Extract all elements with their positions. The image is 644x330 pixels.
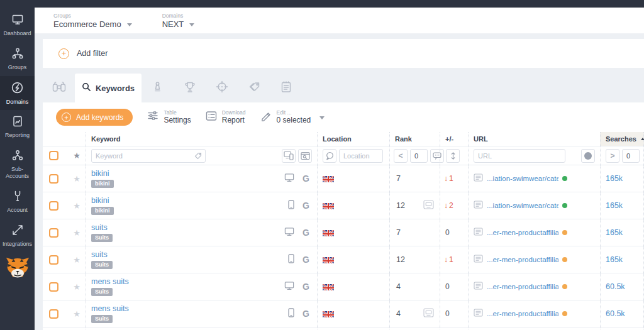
keyword-link[interactable]: suits — [91, 223, 113, 232]
table-settings-button[interactable]: Table Settings — [147, 110, 191, 124]
star-icon[interactable]: ★ — [73, 174, 80, 184]
url-link[interactable]: ...er-men-productaffiliation-suits-0 — [487, 256, 558, 263]
sidebar-item-integrations[interactable]: Integrations — [0, 219, 35, 253]
column-header-searches[interactable]: Searches — [600, 132, 644, 146]
row-checkbox[interactable] — [49, 282, 58, 292]
add-keywords-button[interactable]: + Add keywords — [56, 109, 133, 126]
star-icon[interactable]: ★ — [73, 309, 80, 319]
rank-change: ↓ 1 — [440, 246, 468, 273]
add-filter-plus-icon[interactable]: + — [58, 48, 69, 59]
rocket-icon — [152, 81, 164, 96]
keyword-filter-input[interactable] — [91, 149, 206, 163]
serp-features-icon[interactable] — [423, 200, 434, 211]
chevron-down-icon — [189, 23, 194, 26]
row-checkbox[interactable] — [49, 174, 58, 184]
table-row: ★ suits Suits G — [43, 219, 644, 246]
groups-selector[interactable]: Groups Ecommerce Demo — [53, 13, 132, 29]
keywords-panel: + Add keywords Table Settings Download R… — [43, 102, 644, 330]
url-filter-input[interactable] — [474, 149, 565, 163]
searches-value[interactable]: 165k — [606, 228, 623, 237]
status-dot-filter-button[interactable] — [581, 149, 595, 163]
searches-operator-button[interactable]: > — [606, 149, 619, 163]
domains-selector[interactable]: Domains NEXT — [162, 13, 195, 29]
select-all-checkbox[interactable] — [49, 151, 58, 160]
searches-value[interactable]: 60.5k — [606, 282, 625, 291]
row-checkbox[interactable] — [49, 228, 58, 238]
url-link[interactable]: ...iation-swimwear/category-bikinis — [487, 175, 558, 182]
desktop-icon — [284, 281, 294, 293]
sidebar-item-sub-accounts[interactable]: Sub-Accounts — [0, 144, 35, 185]
keyword-link[interactable]: mens suits — [91, 304, 129, 313]
url-link[interactable]: ...er-men-productaffiliation-suits-0 — [487, 229, 558, 236]
status-dot — [562, 176, 567, 181]
add-filter-button[interactable]: Add filter — [77, 49, 108, 58]
keyword-link[interactable]: bikini — [91, 169, 114, 178]
tab-tags[interactable] — [238, 74, 270, 102]
view-tabs: Keywords — [43, 74, 644, 102]
change-updown-filter-button[interactable] — [446, 149, 460, 163]
url-doc-icon — [474, 173, 483, 184]
tab-rocket[interactable] — [142, 74, 174, 102]
uk-flag-icon — [323, 283, 334, 290]
sort-ascending-icon — [641, 138, 644, 140]
keyword-link[interactable]: suits — [91, 250, 113, 259]
account-icon — [11, 190, 24, 205]
rank-change: 0 — [440, 300, 468, 327]
rank-filter-input[interactable] — [410, 149, 428, 163]
searches-filter-input[interactable] — [622, 149, 640, 163]
star-icon[interactable]: ★ — [73, 228, 80, 238]
table-filter-row: ★ < — [43, 146, 644, 165]
sidebar-item-account[interactable]: Account — [0, 185, 35, 219]
edit-selected-button[interactable]: Edit ... 0 selected — [260, 110, 325, 124]
row-checkbox[interactable] — [49, 201, 58, 211]
device-filter-button[interactable] — [282, 149, 296, 163]
url-link[interactable]: ...er-men-productaffiliation-suits-0 — [487, 283, 558, 290]
column-header-keyword[interactable]: Keyword — [86, 132, 317, 146]
pencil-icon — [260, 110, 272, 124]
dashboard-icon — [11, 13, 24, 28]
tab-keywords[interactable]: Keywords — [75, 74, 142, 102]
sidebar-item-groups[interactable]: Groups — [0, 42, 35, 76]
serp-features-icon[interactable] — [423, 308, 434, 319]
tiger-mascot-logo[interactable] — [0, 256, 35, 280]
searches-value[interactable]: 60.5k — [606, 309, 625, 318]
keyword-link[interactable]: mens suits — [91, 277, 129, 286]
tab-landing-pages[interactable] — [206, 74, 238, 102]
rank-operator-button[interactable]: < — [394, 149, 408, 163]
column-header-rank[interactable]: Rank — [389, 132, 440, 146]
url-link[interactable]: ...iation-swimwear/category-bikinis — [487, 202, 558, 209]
url-doc-icon — [474, 281, 483, 292]
searches-value[interactable]: 165k — [606, 201, 623, 210]
star-icon[interactable]: ★ — [73, 282, 80, 292]
row-checkbox[interactable] — [49, 309, 58, 319]
column-header-url[interactable]: URL — [468, 132, 600, 146]
star-icon[interactable]: ★ — [73, 255, 80, 265]
status-dot — [562, 230, 567, 235]
location-filter-input[interactable] — [339, 149, 383, 163]
keyword-link[interactable]: bikini — [91, 196, 114, 205]
column-header-location[interactable]: Location — [317, 132, 389, 146]
tab-overview[interactable] — [43, 74, 75, 102]
status-dot — [562, 203, 567, 208]
sidebar-item-label: Groups — [8, 64, 27, 71]
sidebar-item-reporting[interactable]: Reporting — [0, 110, 35, 144]
star-filter-button[interactable]: ★ — [73, 151, 80, 160]
sidebar-item-domains[interactable]: Domains — [0, 76, 35, 111]
sidebar-item-label: Reporting — [5, 132, 30, 139]
google-icon: G — [303, 255, 309, 265]
star-icon[interactable]: ★ — [73, 201, 80, 211]
tab-competitors[interactable] — [174, 74, 206, 102]
row-checkbox[interactable] — [49, 255, 58, 265]
serp-preview-filter-button[interactable] — [298, 149, 312, 163]
tab-notes[interactable] — [270, 74, 302, 102]
column-header-change[interactable]: +/- — [440, 132, 468, 146]
change-arrow-icon: ↓ — [444, 255, 448, 264]
location-comment-button[interactable] — [323, 149, 336, 163]
download-report-button[interactable]: Download Report — [206, 110, 246, 124]
report-icon — [206, 111, 217, 124]
searches-value[interactable]: 165k — [606, 174, 623, 183]
searches-value[interactable]: 165k — [606, 255, 623, 264]
url-link[interactable]: ...er-men-productaffiliation-suits-0 — [487, 310, 558, 317]
sliders-icon — [147, 110, 158, 124]
sidebar-item-dashboard[interactable]: Dashboard — [0, 8, 35, 42]
